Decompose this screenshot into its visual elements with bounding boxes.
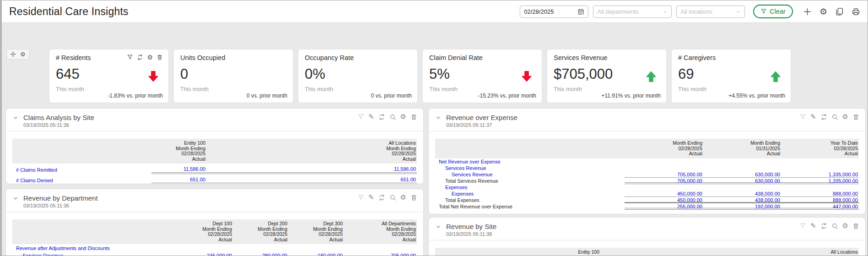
refresh-icon[interactable] — [820, 223, 827, 229]
cell-value[interactable]: 705,000.00 — [344, 253, 417, 256]
gear-icon[interactable]: ⚙ — [20, 51, 26, 57]
row-values: 705,000.00630,000.001,335,000.00 — [625, 178, 859, 184]
edit-icon[interactable]: ✎ — [810, 223, 816, 229]
refresh-icon[interactable] — [137, 54, 143, 60]
column-header-line: Actual — [288, 237, 343, 243]
delete-icon[interactable] — [410, 194, 417, 201]
row-label[interactable]: Net Revenue over Expense — [435, 159, 625, 164]
search-icon[interactable] — [831, 223, 838, 229]
table-column-header: Entity 100Month Ending02/28/2025Actual — [541, 250, 600, 256]
refresh-icon[interactable] — [820, 114, 827, 120]
row-label[interactable]: Expenses — [435, 185, 625, 190]
date-value: 02/28/2025 — [524, 8, 554, 15]
edit-icon[interactable]: ✎ — [368, 114, 374, 120]
print-icon[interactable] — [852, 7, 860, 16]
settings-icon[interactable]: ⚙ — [400, 194, 406, 201]
table-row: # Claims Denied651.00651.00 — [12, 176, 417, 184]
settings-icon[interactable]: ⚙ — [147, 54, 153, 60]
table-header-spacer — [435, 250, 541, 256]
row-label[interactable]: Services Revenue — [435, 165, 625, 171]
filter-icon[interactable] — [357, 194, 364, 201]
add-icon[interactable] — [803, 7, 812, 16]
collapse-panel-icon[interactable] — [12, 114, 19, 121]
table-row: Net Revenue over Expense — [435, 159, 859, 165]
settings-icon[interactable]: ⚙ — [842, 114, 848, 120]
column-header-line: 02/28/2025 — [206, 151, 416, 157]
trend-up-icon — [644, 69, 658, 84]
cell-value[interactable]: 192,000.00 — [703, 204, 781, 209]
department-select[interactable]: All departments — [593, 5, 672, 18]
settings-icon[interactable]: ⚙ — [842, 223, 848, 229]
row-label[interactable]: Revenue after Adjustments and Discounts — [12, 245, 183, 251]
delete-icon[interactable] — [410, 114, 417, 120]
cell-value[interactable]: 438,000.00 — [703, 191, 781, 196]
table-column-header: All LocationsMonth Ending02/28/2025Actua… — [206, 141, 417, 162]
row-label[interactable]: # Claims Remitted — [12, 167, 151, 173]
filter-icon[interactable] — [799, 223, 806, 229]
row-label[interactable]: # Claims Denied — [12, 178, 151, 183]
delete-icon[interactable] — [852, 114, 859, 120]
table-column-header: Dept 200Month Ending02/28/2025Actual — [233, 221, 288, 242]
panel-revenue-by-site: Revenue by Site03/19/2025 05:11:38✎⚙Enti… — [428, 217, 866, 256]
cell-value[interactable]: 630,000.00 — [703, 178, 781, 184]
table-header: Dept 100Month Ending02/28/2025ActualDept… — [12, 219, 417, 244]
cell-value[interactable]: 180,000.00 — [288, 253, 344, 256]
filter-icon[interactable] — [799, 114, 806, 120]
delete-icon[interactable] — [852, 223, 859, 229]
cell-value[interactable]: 450,000.00 — [625, 191, 703, 196]
kpi-period: This month — [180, 86, 209, 93]
kpi-delta: -1.83% vs. prior month — [108, 93, 163, 99]
panel-header: Claims Analysis by Site03/19/2025 05:11:… — [6, 109, 423, 131]
cell-value[interactable]: 447,000.00 — [781, 204, 859, 209]
cell-value[interactable]: 888,000.00 — [781, 191, 859, 196]
filter-icon[interactable] — [127, 54, 133, 60]
refresh-icon[interactable] — [378, 194, 385, 201]
edit-icon[interactable]: ✎ — [368, 194, 374, 201]
filter-icon[interactable] — [357, 114, 364, 120]
settings-icon[interactable]: ⚙ — [400, 114, 406, 120]
search-icon[interactable] — [831, 114, 838, 120]
cell-value[interactable]: 450,000.00 — [625, 197, 703, 203]
collapse-panel-icon[interactable] — [435, 114, 442, 121]
delete-icon[interactable] — [156, 54, 163, 60]
copy-icon[interactable] — [835, 7, 844, 16]
cell-value[interactable]: 245,000.00 — [183, 253, 233, 256]
location-select[interactable]: All locations — [676, 5, 745, 18]
cell-value[interactable]: 705,000.00 — [625, 178, 703, 184]
cell-value[interactable]: 438,000.00 — [703, 197, 781, 203]
panel-toolbar: ✎⚙ — [799, 223, 859, 229]
cell-value[interactable]: 651.00 — [206, 177, 417, 182]
cell-value[interactable]: 255,000.00 — [625, 204, 703, 209]
table-row: Services Revenue705,000.00630,000.001,33… — [435, 172, 859, 178]
search-icon[interactable] — [389, 194, 396, 201]
cell-value[interactable]: 11,586.00 — [151, 166, 206, 172]
panel-timestamp: 03/19/2025 05:11:36 — [12, 122, 417, 128]
refresh-icon[interactable] — [378, 114, 385, 120]
edit-icon[interactable]: ✎ — [810, 114, 816, 120]
row-label[interactable]: Services Revenue — [435, 172, 625, 177]
panel-timestamp: 03/19/2025 05:11:36 — [12, 203, 417, 208]
cell-value[interactable]: 630,000.00 — [703, 172, 781, 177]
collapse-panel-icon[interactable] — [435, 223, 442, 230]
move-icon[interactable] — [10, 51, 16, 57]
cell-value[interactable]: 888,000.00 — [781, 197, 859, 203]
kpi-card-controls: ⚙ — [127, 54, 163, 60]
column-header-line: Actual — [183, 237, 232, 243]
gear-icon[interactable]: ⚙ — [819, 7, 827, 16]
calendar-icon[interactable] — [577, 8, 584, 15]
cell-value[interactable]: 1,335,000.00 — [781, 172, 859, 177]
cell-value[interactable]: 11,586.00 — [206, 166, 417, 172]
row-label[interactable]: Expenses — [435, 191, 625, 196]
date-input[interactable]: 02/28/2025 — [520, 5, 588, 18]
search-icon[interactable] — [389, 114, 396, 120]
column-header-line: 02/28/2025 — [344, 232, 416, 237]
cell-value[interactable]: 280,000.00 — [233, 253, 288, 256]
column-header-line: Year To Date — [781, 141, 858, 146]
cell-value[interactable]: 651.00 — [151, 177, 206, 182]
collapse-panel-icon[interactable] — [12, 195, 19, 202]
cell-value[interactable]: 705,000.00 — [625, 172, 703, 177]
kpi-card: # Caregivers69This month+4.55% vs. prior… — [671, 49, 791, 103]
clear-filters-button[interactable]: Clear — [753, 5, 793, 18]
cell-value[interactable]: 1,335,000.00 — [781, 178, 859, 184]
row-label[interactable]: Services Revenue — [12, 253, 183, 256]
